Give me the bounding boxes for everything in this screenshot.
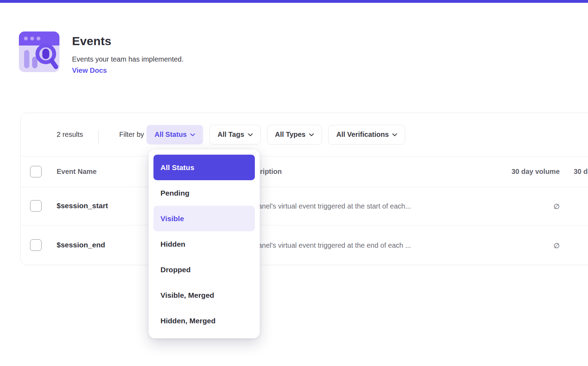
- status-option-visible[interactable]: Visible: [153, 206, 255, 231]
- status-filter-label: All Status: [155, 131, 187, 139]
- divider: [98, 131, 99, 143]
- results-count: 2 results: [57, 131, 83, 139]
- status-filter-button[interactable]: All Status: [146, 125, 203, 145]
- chevron-down-icon: [190, 133, 195, 136]
- volume-cell: ∅: [497, 241, 560, 250]
- event-description-cell: Mixpanel's virtual event triggered at th…: [243, 241, 411, 249]
- tags-filter-button[interactable]: All Tags: [209, 125, 260, 145]
- events-table-card: 2 results Filter by All Status All Tags …: [20, 113, 588, 265]
- status-option-hidden[interactable]: Hidden: [153, 231, 255, 257]
- divider: [21, 225, 588, 225]
- filter-by-label: Filter by: [119, 131, 144, 139]
- filter-bar: 2 results Filter by All Status All Tags …: [21, 113, 588, 156]
- view-docs-link[interactable]: View Docs: [72, 66, 107, 75]
- event-description-cell: Mixpanel's virtual event triggered at th…: [243, 202, 411, 210]
- volume-cell: ∅: [497, 202, 560, 211]
- select-all-checkbox[interactable]: [30, 166, 42, 177]
- tags-filter-label: All Tags: [217, 131, 244, 139]
- page-subtitle: Events your team has implemented.: [72, 55, 184, 63]
- events-app-icon: [18, 31, 60, 73]
- types-filter-label: All Types: [275, 131, 306, 139]
- status-option-visible-merged[interactable]: Visible, Merged: [153, 282, 255, 308]
- status-option-all-status[interactable]: All Status: [153, 155, 255, 180]
- status-option-pending[interactable]: Pending: [153, 180, 255, 206]
- verifications-filter-button[interactable]: All Verifications: [328, 125, 405, 145]
- page-title: Events: [72, 34, 112, 48]
- types-filter-button[interactable]: All Types: [267, 125, 322, 145]
- chevron-down-icon: [248, 133, 253, 136]
- column-header-30-day-clipped: 30 d: [574, 168, 588, 176]
- bar-chart-bar: [24, 50, 29, 68]
- verifications-filter-label: All Verifications: [336, 131, 389, 139]
- status-dropdown-menu: All Status Pending Visible Hidden Droppe…: [149, 149, 260, 338]
- row-checkbox[interactable]: [30, 239, 42, 251]
- column-header-event-name: Event Name: [57, 168, 97, 176]
- chevron-down-icon: [309, 133, 314, 136]
- event-name-cell[interactable]: $session_start: [57, 202, 108, 210]
- status-option-dropped[interactable]: Dropped: [153, 257, 255, 282]
- divider: [21, 187, 588, 187]
- event-name-cell[interactable]: $session_end: [57, 241, 105, 249]
- status-option-hidden-merged[interactable]: Hidden, Merged: [153, 308, 255, 333]
- top-accent-bar: [0, 0, 588, 3]
- divider: [21, 156, 588, 156]
- column-header-30-day-volume: 30 day volume: [497, 168, 560, 176]
- row-checkbox[interactable]: [30, 200, 42, 212]
- chevron-down-icon: [392, 133, 397, 136]
